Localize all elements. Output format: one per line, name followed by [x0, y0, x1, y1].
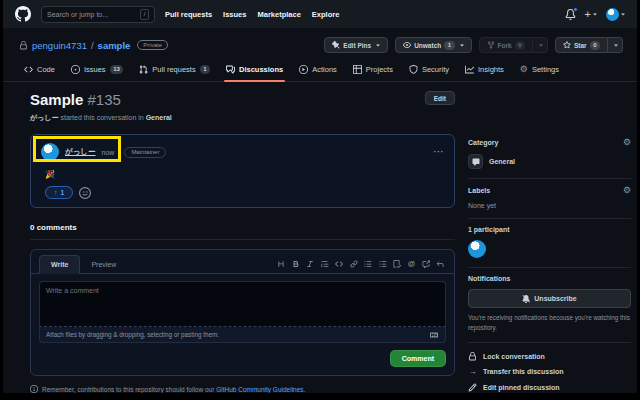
chevron-down-icon: [539, 45, 543, 49]
list-unordered-icon[interactable]: [364, 260, 372, 268]
fork-button[interactable]: Fork 0: [479, 37, 533, 53]
arrow-right-icon: →: [468, 367, 477, 376]
tab-preview[interactable]: Preview: [80, 256, 127, 273]
reply-icon[interactable]: [436, 260, 444, 268]
byline-category: General: [146, 114, 172, 121]
user-avatar: [606, 8, 619, 21]
byline-author: がっしー: [30, 114, 59, 121]
tab-settings[interactable]: ⚙ Settings: [513, 58, 566, 81]
heading-icon[interactable]: [277, 260, 285, 268]
repo-name-link[interactable]: sample: [98, 40, 131, 51]
create-new-menu[interactable]: +: [585, 9, 597, 19]
repo-actions: Edit Pins Unwatch 1 Fork 0: [324, 37, 623, 53]
unwatch-button[interactable]: Unwatch 1: [395, 37, 471, 53]
star-icon: [563, 41, 571, 49]
notifications-caption: You're receiving notifications becouse y…: [468, 313, 631, 333]
global-nav-issues[interactable]: Issues: [223, 10, 246, 19]
gear-icon: ⚙: [520, 65, 528, 74]
tab-security[interactable]: Security: [402, 58, 456, 81]
play-icon: [299, 65, 308, 74]
pin-icon: [332, 41, 340, 49]
action-lock-conversation[interactable]: Lock conversation: [468, 352, 631, 361]
arrow-up-icon: ↑: [54, 189, 58, 196]
code-icon[interactable]: [335, 260, 343, 268]
tasklist-icon[interactable]: [393, 260, 401, 268]
tab-discussions[interactable]: Discussions: [219, 58, 290, 81]
markdown-toolbar: @: [275, 260, 446, 273]
breadcrumb: penguin4731 / sample Private: [19, 40, 168, 51]
repo-owner-link[interactable]: penguin4731: [32, 40, 87, 51]
user-menu[interactable]: [606, 8, 625, 21]
global-nav: Pull requestsIssuesMarketplaceExplore: [165, 10, 339, 19]
notifications-bell-icon[interactable]: [565, 9, 576, 20]
github-logo-icon[interactable]: [15, 6, 31, 22]
global-nav-marketplace[interactable]: Marketplace: [257, 10, 300, 19]
plus-icon: +: [585, 9, 591, 19]
add-reaction-button[interactable]: [79, 187, 91, 199]
search-input[interactable]: Search or jump to... /: [41, 6, 155, 23]
cross-reference-icon[interactable]: [422, 260, 430, 268]
participant-avatar[interactable]: [468, 240, 486, 258]
discussion-number: #135: [88, 91, 121, 108]
tab-code[interactable]: Code: [17, 58, 62, 81]
repo-tabbar: Code Issues 13 Pull requests 1 Discussio…: [3, 58, 637, 82]
bold-icon[interactable]: [292, 260, 300, 268]
action-transfer-this-discussion[interactable]: → Transfer this discussion: [468, 367, 631, 376]
edit-pins-button[interactable]: Edit Pins: [324, 37, 388, 53]
fork-dropdown[interactable]: [533, 37, 548, 53]
gear-icon[interactable]: ⚙: [623, 186, 631, 195]
list-ordered-icon[interactable]: [379, 260, 387, 268]
discussion-actions: Lock conversation → Transfer this discus…: [468, 343, 631, 394]
star-dropdown[interactable]: [608, 37, 623, 53]
breadcrumb-separator: /: [91, 40, 94, 51]
gear-icon[interactable]: ⚙: [623, 138, 631, 147]
unsubscribe-button[interactable]: Unsubscribe: [468, 289, 631, 308]
community-guidelines-link[interactable]: GitHub Community Guidelines: [216, 386, 303, 393]
upvote-count: 1: [61, 189, 65, 196]
graph-icon: [465, 65, 474, 74]
fork-button-group: Fork 0: [479, 37, 548, 53]
quote-icon[interactable]: [321, 260, 329, 268]
category-value[interactable]: General: [468, 154, 631, 169]
upvote-button[interactable]: ↑ 1: [45, 186, 73, 199]
slash-key-hint: /: [140, 9, 149, 20]
pencil-icon: [468, 383, 477, 392]
comment-body: 🎉: [41, 170, 444, 179]
shield-icon: [409, 65, 418, 74]
discussion-byline: がっしー started this conversation in Genera…: [30, 113, 455, 123]
tab-projects[interactable]: Projects: [346, 58, 400, 81]
tab-issues[interactable]: Issues 13: [64, 58, 130, 81]
star-count: 0: [590, 41, 600, 50]
edit-title-button[interactable]: Edit: [425, 91, 455, 105]
comment-author-name[interactable]: がっしー: [65, 147, 96, 157]
global-nav-explore[interactable]: Explore: [312, 10, 340, 19]
bell-slash-icon: [522, 295, 530, 303]
tab-actions[interactable]: Actions: [292, 58, 344, 81]
issue-icon: [71, 65, 80, 74]
tab-pull-requests[interactable]: Pull requests 1: [132, 58, 217, 81]
fork-count: 0: [515, 41, 525, 50]
fork-icon: [487, 41, 495, 49]
private-lock-icon: [19, 41, 28, 50]
attach-files-bar[interactable]: Attach files by dragging & dropping, sel…: [39, 327, 446, 343]
maintainer-badge: Maintainer: [124, 147, 166, 158]
tab-count: 1: [200, 65, 210, 74]
star-button[interactable]: Star 0: [555, 37, 608, 53]
global-nav-pull-requests[interactable]: Pull requests: [165, 10, 212, 19]
comment-textarea[interactable]: [39, 281, 446, 327]
visibility-badge: Private: [137, 40, 168, 50]
tab-insights[interactable]: Insights: [458, 58, 511, 81]
tab-write[interactable]: Write: [39, 255, 80, 274]
comment-submit-button[interactable]: Comment: [390, 350, 446, 367]
github-page: Search or jump to... / Pull requestsIssu…: [3, 0, 637, 393]
action-edit-pinned-discussion[interactable]: Edit pinned discussion: [468, 383, 631, 392]
link-icon[interactable]: [350, 260, 358, 268]
chevron-down-icon: [593, 14, 597, 18]
info-icon: [30, 385, 38, 393]
pull-request-icon: [139, 65, 148, 74]
comment-author-avatar[interactable]: [41, 143, 59, 161]
comment-kebab-menu[interactable]: ···: [434, 147, 445, 157]
markdown-icon: [429, 331, 439, 339]
italic-icon[interactable]: [306, 260, 314, 268]
mention-icon[interactable]: @: [408, 260, 415, 268]
